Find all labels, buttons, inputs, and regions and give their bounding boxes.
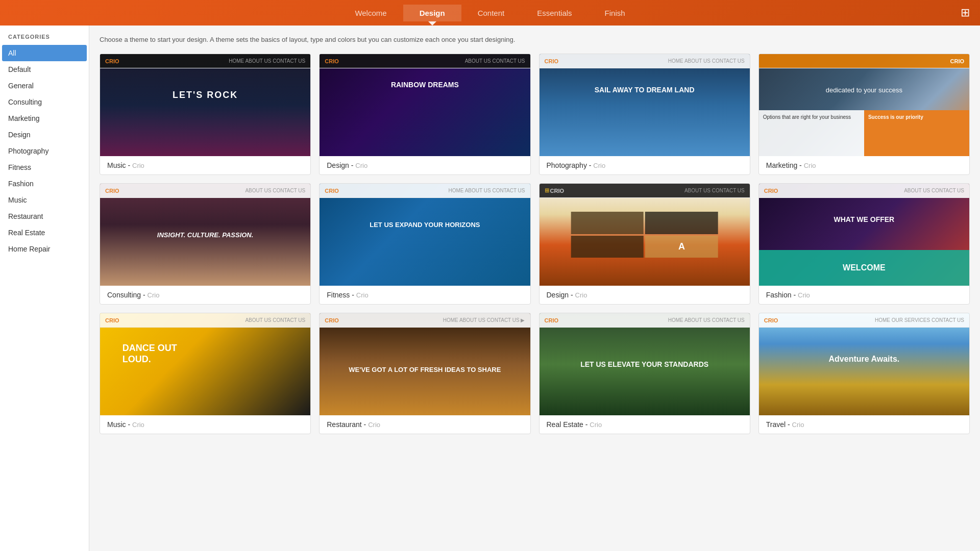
sidebar-item-restaurant[interactable]: Restaurant bbox=[0, 208, 89, 224]
theme-card-fashion[interactable]: CRIO ABOUT US CONTACT US WELCOME Fashion… bbox=[758, 183, 970, 305]
theme-card-label-fitness: Fitness - Crio bbox=[320, 286, 530, 304]
theme-card-label-adventure: Travel - Crio bbox=[759, 415, 969, 434]
sidebar-item-homerepair[interactable]: Home Repair bbox=[0, 241, 89, 257]
theme-card-realestate[interactable]: CRIO HOME ABOUT US CONTACT US Real Estat… bbox=[539, 313, 750, 434]
sidebar-item-design[interactable]: Design bbox=[0, 127, 89, 143]
theme-brand: Crio bbox=[590, 421, 602, 429]
sidebar-title: CATEGORIES bbox=[0, 34, 89, 45]
theme-brand: Crio bbox=[593, 162, 605, 169]
crio-bar: CRIO bbox=[759, 54, 969, 68]
theme-preview-realestate: CRIO HOME ABOUT US CONTACT US bbox=[540, 313, 750, 415]
theme-brand: Crio bbox=[792, 421, 804, 429]
theme-card-design1[interactable]: CRIO ABOUT US CONTACT US Design - Crio bbox=[319, 54, 530, 175]
nav-step-design[interactable]: Design bbox=[403, 5, 461, 21]
theme-card-label-consulting: Consulting - Crio bbox=[100, 286, 310, 304]
theme-preview-design2: ⊞CRIO ABOUT US CONTACT US A bbox=[540, 184, 750, 286]
sidebar-item-realestate[interactable]: Real Estate bbox=[0, 224, 89, 241]
theme-preview-music: CRIO HOME ABOUT US CONTACT US bbox=[100, 54, 310, 156]
theme-brand: Crio bbox=[148, 291, 160, 299]
nav-step-essentials[interactable]: Essentials bbox=[521, 5, 588, 21]
theme-card-adventure[interactable]: CRIO HOME OUR SERVICES CONTACT US Travel… bbox=[758, 313, 970, 434]
theme-brand: Crio bbox=[575, 291, 587, 299]
sidebar-item-all[interactable]: All bbox=[2, 45, 87, 61]
theme-preview-fitness: CRIO HOME ABOUT US CONTACT US bbox=[320, 184, 530, 286]
sidebar-item-marketing[interactable]: Marketing bbox=[0, 110, 89, 127]
sidebar: CATEGORIES All Default General Consultin… bbox=[0, 26, 89, 551]
crio-bar: CRIO ABOUT US CONTACT US bbox=[759, 184, 969, 198]
crio-bar: CRIO HOME ABOUT US CONTACT US bbox=[320, 184, 530, 198]
crio-bar: CRIO ABOUT US CONTACT US bbox=[320, 54, 530, 68]
sidebar-item-fashion[interactable]: Fashion bbox=[0, 176, 89, 192]
theme-card-label-photography: Photography - Crio bbox=[540, 156, 750, 174]
theme-card-marketing[interactable]: CRIO Options that are right for your bus… bbox=[758, 54, 970, 175]
theme-brand: Crio bbox=[132, 162, 144, 169]
main-layout: CATEGORIES All Default General Consultin… bbox=[0, 26, 980, 551]
content-area: Choose a theme to start your design. A t… bbox=[89, 26, 980, 551]
theme-brand: Crio bbox=[355, 162, 368, 169]
theme-card-fitness[interactable]: CRIO HOME ABOUT US CONTACT US Fitness - … bbox=[319, 183, 530, 305]
theme-brand: Crio bbox=[368, 421, 380, 429]
theme-brand: Crio bbox=[132, 421, 144, 429]
theme-card-photography[interactable]: CRIO HOME ABOUT US CONTACT US Photograph… bbox=[539, 54, 750, 175]
theme-card-food[interactable]: CRIO HOME ABOUT US CONTACT US ▶ Restaura… bbox=[319, 313, 530, 434]
top-nav-icon[interactable]: ⊞ bbox=[961, 6, 970, 19]
theme-card-label-design1: Design - Crio bbox=[320, 156, 530, 174]
sidebar-item-general[interactable]: General bbox=[0, 78, 89, 94]
theme-card-label-marketing: Marketing - Crio bbox=[759, 156, 969, 174]
theme-card-label-realestate: Real Estate - Crio bbox=[540, 415, 750, 434]
theme-card-label-design2: Design - Crio bbox=[540, 286, 750, 304]
top-navigation: Welcome Design Content Essentials Finish… bbox=[0, 0, 980, 26]
theme-card-label-food: Restaurant - Crio bbox=[320, 415, 530, 434]
nav-step-finish[interactable]: Finish bbox=[589, 5, 642, 21]
crio-bar: CRIO ABOUT US CONTACT US bbox=[100, 313, 310, 328]
crio-bar: CRIO HOME ABOUT US CONTACT US bbox=[540, 313, 750, 328]
nav-step-content[interactable]: Content bbox=[461, 5, 521, 21]
theme-preview-photography: CRIO HOME ABOUT US CONTACT US bbox=[540, 54, 750, 156]
sidebar-item-photography[interactable]: Photography bbox=[0, 143, 89, 159]
theme-card-music[interactable]: CRIO HOME ABOUT US CONTACT US Music - Cr… bbox=[100, 54, 311, 175]
sidebar-item-music[interactable]: Music bbox=[0, 192, 89, 208]
nav-step-welcome[interactable]: Welcome bbox=[338, 5, 403, 21]
crio-bar: CRIO ABOUT US CONTACT US bbox=[100, 184, 310, 198]
theme-brand: Crio bbox=[798, 291, 810, 299]
theme-card-label-music: Music - Crio bbox=[100, 156, 310, 174]
crio-bar: CRIO HOME ABOUT US CONTACT US bbox=[100, 54, 310, 68]
theme-grid: CRIO HOME ABOUT US CONTACT US Music - Cr… bbox=[100, 54, 970, 434]
theme-card-label-fashion: Fashion - Crio bbox=[759, 286, 969, 304]
theme-brand: Crio bbox=[356, 291, 369, 299]
theme-brand: Crio bbox=[804, 162, 816, 169]
sidebar-item-default[interactable]: Default bbox=[0, 61, 89, 78]
theme-card-consulting[interactable]: CRIO ABOUT US CONTACT US Consulting - Cr… bbox=[100, 183, 311, 305]
theme-preview-adventure: CRIO HOME OUR SERVICES CONTACT US bbox=[759, 313, 969, 415]
content-description: Choose a theme to start your design. A t… bbox=[100, 36, 970, 43]
theme-preview-fashion: CRIO ABOUT US CONTACT US WELCOME bbox=[759, 184, 969, 286]
theme-card-design2[interactable]: ⊞CRIO ABOUT US CONTACT US A Design - Cri… bbox=[539, 183, 750, 305]
theme-card-label-music2: Music - Crio bbox=[100, 415, 310, 434]
crio-bar: ⊞CRIO ABOUT US CONTACT US bbox=[540, 184, 750, 198]
theme-preview-music2: CRIO ABOUT US CONTACT US bbox=[100, 313, 310, 415]
sidebar-item-fitness[interactable]: Fitness bbox=[0, 159, 89, 176]
nav-steps: Welcome Design Content Essentials Finish bbox=[338, 5, 641, 21]
crio-bar: CRIO HOME ABOUT US CONTACT US ▶ bbox=[320, 313, 530, 328]
theme-preview-consulting: CRIO ABOUT US CONTACT US bbox=[100, 184, 310, 286]
theme-preview-marketing: CRIO Options that are right for your bus… bbox=[759, 54, 969, 156]
theme-preview-food: CRIO HOME ABOUT US CONTACT US ▶ bbox=[320, 313, 530, 415]
theme-preview-design1: CRIO ABOUT US CONTACT US bbox=[320, 54, 530, 156]
crio-bar: CRIO HOME OUR SERVICES CONTACT US bbox=[759, 313, 969, 328]
crio-bar: CRIO HOME ABOUT US CONTACT US bbox=[540, 54, 750, 68]
sidebar-item-consulting[interactable]: Consulting bbox=[0, 94, 89, 110]
theme-card-music2[interactable]: CRIO ABOUT US CONTACT US Music - Crio bbox=[100, 313, 311, 434]
